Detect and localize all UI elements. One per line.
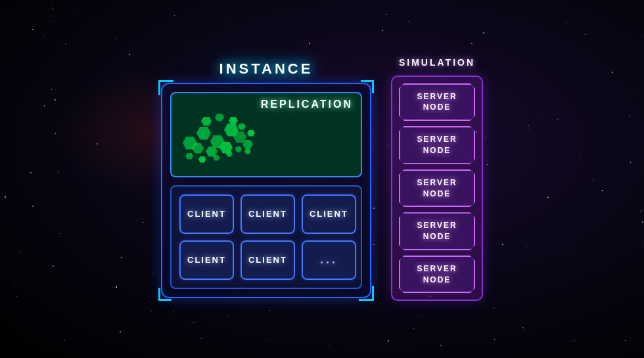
corner-tr	[361, 80, 374, 93]
client-box-3[interactable]: CLIENT	[179, 240, 234, 280]
server-node-1[interactable]: SERVERNODE	[399, 126, 475, 164]
hex-cell	[235, 146, 242, 152]
hex-cell	[238, 123, 246, 130]
client-box-5[interactable]: ...	[302, 240, 356, 280]
main-container: INSTANCE REPLICATION CLIENTCLIENTCLIENTC…	[0, 0, 644, 358]
server-node-3[interactable]: SERVERNODE	[399, 212, 475, 250]
client-box-1[interactable]: CLIENT	[241, 194, 295, 234]
instance-border: REPLICATION CLIENTCLIENTCLIENTCLIENTCLIE…	[161, 83, 371, 298]
replication-panel: REPLICATION	[170, 92, 362, 177]
instance-panel: INSTANCE REPLICATION CLIENTCLIENTCLIENTC…	[161, 60, 371, 298]
hex-cell	[198, 156, 206, 163]
server-node-4[interactable]: SERVERNODE	[399, 256, 475, 294]
hex-cell	[185, 153, 193, 160]
clients-section: CLIENTCLIENTCLIENTCLIENTCLIENT...	[170, 185, 362, 289]
hex-cell	[201, 117, 212, 126]
hex-cell	[247, 130, 255, 137]
client-box-2[interactable]: CLIENT	[302, 194, 356, 234]
hex-cell	[196, 127, 211, 140]
instance-title: INSTANCE	[161, 60, 371, 78]
simulation-panel: SIMULATION SERVERNODESERVERNODESERVERNOD…	[391, 57, 483, 302]
hex-cell	[244, 148, 251, 154]
simulation-title: SIMULATION	[399, 57, 475, 68]
server-nodes-list: SERVERNODESERVERNODESERVERNODESERVERNODE…	[391, 76, 483, 302]
client-box-0[interactable]: CLIENT	[179, 194, 234, 234]
replication-title: REPLICATION	[261, 99, 353, 110]
hex-cell	[215, 114, 224, 122]
server-node-2[interactable]: SERVERNODE	[399, 169, 475, 208]
client-box-4[interactable]: CLIENT	[241, 240, 295, 280]
corner-bl	[158, 288, 172, 301]
hex-cluster	[178, 104, 270, 169]
server-node-0[interactable]: SERVERNODE	[399, 83, 475, 122]
